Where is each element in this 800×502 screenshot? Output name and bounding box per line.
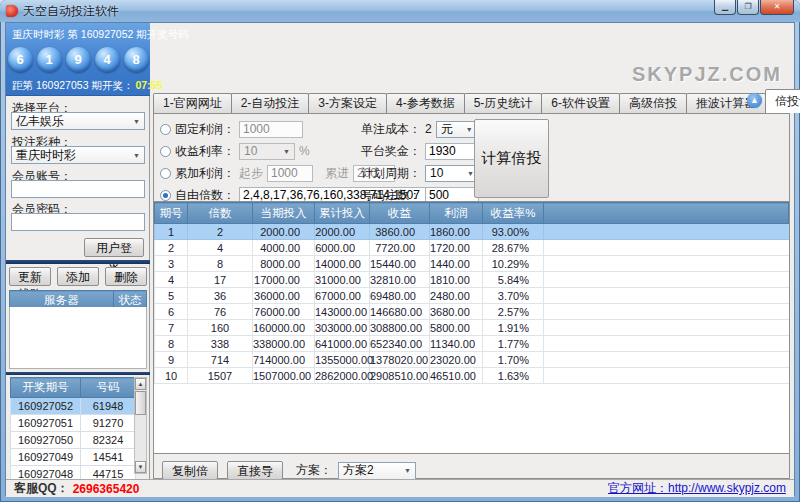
col-rate[interactable]: 收益率% (483, 203, 544, 224)
table-cell: 8 (155, 336, 188, 352)
table-row[interactable]: 244000.006000.007720.001720.0028.67% (155, 240, 789, 256)
bottom-controls: 复制倍投 直接导入 方案： 方案2 ▼ (162, 461, 416, 480)
table-row[interactable]: 8338338000.00641000.00652340.0011340.001… (155, 336, 789, 352)
history-scrollbar[interactable]: ▲ ▼ (134, 377, 147, 474)
free-multiples-radio[interactable] (160, 190, 171, 201)
rate-select[interactable]: 10 ▼ (239, 143, 295, 160)
delete-button[interactable]: 删除 (105, 267, 147, 286)
lottery-value: 重庆时时彩 (16, 147, 76, 164)
update-line-button[interactable]: 更新线路 (9, 267, 51, 286)
tab-2[interactable]: 2-自动投注 (231, 93, 310, 113)
fixed-profit-input[interactable] (239, 121, 303, 138)
table-row[interactable]: 16092705261948 (11, 398, 136, 415)
table-cell: 714 (188, 352, 253, 368)
direct-import-button[interactable]: 直接导入 (227, 461, 283, 480)
table-cell: 28.67% (483, 240, 544, 256)
table-cell: 714000.00 (253, 352, 315, 368)
account-input[interactable] (11, 180, 145, 198)
table-row[interactable]: 53636000.0067000.0069480.002480.003.70% (155, 288, 789, 304)
chevron-down-icon: ▼ (466, 126, 473, 133)
table-cell: 160927052 (11, 398, 81, 415)
prize-label: 平台奖金： (361, 143, 421, 160)
table-cell: 338 (188, 336, 253, 352)
tab-6[interactable]: 6-软件设置 (541, 93, 620, 113)
rate-radio[interactable] (160, 146, 171, 157)
table-row[interactable]: 16092705082324 (11, 432, 136, 449)
col-empty (544, 203, 789, 224)
prize-input[interactable] (425, 143, 479, 160)
table-cell: 14000.00 (315, 256, 370, 272)
main-area: SKYPJZ.COM 1-官网网址2-自动投注3-方案设定4-参考数据5-历史统… (151, 23, 796, 479)
table-row[interactable]: 16092705191270 (11, 415, 136, 432)
tab-3[interactable]: 3-方案设定 (308, 93, 387, 113)
table-row[interactable]: 67676000.00143000.00146680.003680.002.57… (155, 304, 789, 320)
table-cell: 1.70% (483, 352, 544, 368)
cost-row: 单注成本： 2 元 ▼ (361, 120, 478, 138)
cycle-select[interactable]: 10 ▼ (425, 165, 479, 182)
table-row[interactable]: 1015071507000.002862000.002908510.004651… (155, 368, 789, 384)
table-cell: 5.84% (483, 272, 544, 288)
table-row[interactable]: 41717000.0031000.0032810.001810.005.84% (155, 272, 789, 288)
official-site-link[interactable]: 官方网址：http://www.skypjz.com (608, 480, 786, 497)
issue-column-header[interactable]: 开奖期号 (11, 378, 81, 398)
accum-label: 累加利润： (175, 165, 235, 182)
lottery-ball: 8 (124, 47, 149, 72)
plan-select[interactable]: 方案2 ▼ (338, 462, 416, 480)
table-cell: 2000.00 (315, 224, 370, 240)
tab-5[interactable]: 5-历史统计 (464, 93, 543, 113)
calculate-button[interactable]: 计算倍投 (474, 119, 549, 198)
close-button[interactable]: ✕ (760, 0, 794, 15)
chevron-down-icon: ▼ (467, 170, 474, 177)
table-cell: 9 (155, 352, 188, 368)
chevron-down-icon: ▼ (283, 148, 290, 155)
calculator-panel: 固定利润： 收益利率： 10 ▼ % 累加利润： 起步 (153, 113, 790, 479)
fixed-profit-radio[interactable] (160, 124, 171, 135)
accum-profit-radio[interactable] (160, 168, 171, 179)
table-row[interactable]: 7160160000.00303000.00308800.005800.001.… (155, 320, 789, 336)
tab-7[interactable]: 高级倍投 (619, 93, 687, 113)
table-cell: 1.63% (483, 368, 544, 384)
col-issue[interactable]: 期号 (155, 203, 188, 224)
col-current-input[interactable]: 当期投入 (253, 203, 315, 224)
tab-4[interactable]: 4-参考数据 (386, 93, 465, 113)
accum-profit-row: 累加利润： 起步 累进 (160, 164, 395, 182)
platform-select[interactable]: 亿丰娱乐 ▼ (11, 112, 145, 130)
lottery-select[interactable]: 重庆时时彩 ▼ (11, 146, 145, 164)
cost-unit-select[interactable]: 元 ▼ (436, 121, 478, 138)
line-buttons: 更新线路 添加 删除 (9, 267, 147, 286)
tab-1[interactable]: 1-官网网址 (153, 93, 232, 113)
table-cell: 2.57% (483, 304, 544, 320)
minimize-button[interactable]: ▁ (714, 0, 736, 15)
tab-9[interactable]: 倍投计算器 (765, 89, 800, 113)
table-row[interactable]: 16092704914541 (11, 449, 136, 466)
copy-multiples-button[interactable]: 复制倍投 (162, 461, 218, 480)
maximize-button[interactable]: ❐ (737, 0, 759, 15)
watermark: SKYPJZ.COM (632, 63, 782, 86)
table-cell: 76 (188, 304, 253, 320)
col-multiple[interactable]: 倍数 (188, 203, 253, 224)
scroll-thumb[interactable] (135, 391, 146, 415)
collapse-up-icon[interactable]: ▲ (747, 93, 762, 108)
col-profit[interactable]: 利润 (430, 203, 483, 224)
login-button[interactable]: 用户登录 (84, 238, 144, 257)
table-row[interactable]: 9714714000.001355000.001378020.0023020.0… (155, 352, 789, 368)
table-row[interactable]: 388000.0014000.0015440.001440.0010.29% (155, 256, 789, 272)
col-income[interactable]: 收益 (370, 203, 430, 224)
app-window: 天空自动投注软件 ▁ ❐ ✕ 重庆时时彩 第 160927052 期开奖号码 6… (0, 0, 800, 502)
add-button[interactable]: 添加 (57, 267, 99, 286)
number-column-header[interactable]: 号码 (81, 378, 136, 398)
table-cell: 641000.00 (315, 336, 370, 352)
sidebar: 选择平台： 亿丰娱乐 ▼ 投注彩种： 重庆时时彩 ▼ 会员账号： 会员密码： 用… (6, 96, 150, 479)
table-cell: 17000.00 (253, 272, 315, 288)
table-cell (544, 272, 789, 288)
col-total-input[interactable]: 累计投入 (315, 203, 370, 224)
password-input[interactable] (11, 213, 145, 231)
scroll-down-icon[interactable]: ▼ (135, 461, 146, 473)
status-bar: 客服QQ： 2696365420 官方网址：http://www.skypjz.… (6, 479, 794, 497)
table-cell: 160000.00 (253, 320, 315, 336)
accum-start-input[interactable] (267, 165, 313, 182)
table-cell: 36000.00 (253, 288, 315, 304)
scroll-up-icon[interactable]: ▲ (135, 378, 146, 390)
table-row[interactable]: 122000.002000.003860.001860.0093.00% (155, 224, 789, 240)
table-cell (544, 224, 789, 240)
